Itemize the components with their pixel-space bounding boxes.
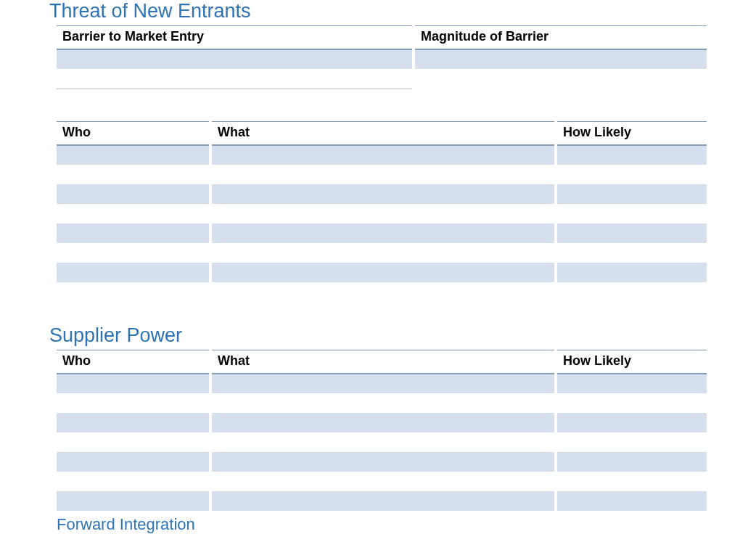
barrier-cell[interactable] bbox=[57, 49, 414, 69]
entrants-header-who: Who bbox=[57, 121, 210, 145]
entrants-header-what: What bbox=[210, 121, 556, 145]
what-cell[interactable] bbox=[210, 145, 556, 165]
barrier-header-magnitude: Magnitude of Barrier bbox=[414, 26, 707, 50]
what-cell[interactable] bbox=[210, 452, 556, 472]
how-likely-cell[interactable] bbox=[556, 204, 707, 223]
who-cell[interactable] bbox=[57, 472, 210, 491]
suppliers-header-who: Who bbox=[57, 350, 210, 374]
who-cell[interactable] bbox=[57, 145, 210, 165]
who-cell[interactable] bbox=[57, 374, 210, 393]
entrants-table-header-row: Who What How Likely bbox=[57, 121, 707, 145]
how-likely-cell[interactable] bbox=[556, 432, 707, 452]
magnitude-cell[interactable] bbox=[414, 49, 707, 69]
how-likely-cell[interactable] bbox=[556, 263, 707, 282]
table-row bbox=[57, 432, 707, 452]
who-cell[interactable] bbox=[57, 243, 210, 263]
how-likely-cell[interactable] bbox=[556, 393, 707, 413]
table-row bbox=[57, 184, 707, 204]
who-cell[interactable] bbox=[57, 223, 210, 243]
what-cell[interactable] bbox=[210, 472, 556, 491]
magnitude-cell[interactable] bbox=[414, 69, 707, 89]
who-cell[interactable] bbox=[57, 184, 210, 204]
entrants-table: Who What How Likely bbox=[57, 121, 707, 282]
who-cell[interactable] bbox=[57, 263, 210, 282]
suppliers-header-how-likely: How Likely bbox=[556, 350, 707, 374]
what-cell[interactable] bbox=[210, 263, 556, 282]
table-row bbox=[57, 69, 707, 89]
barrier-table-header-row: Barrier to Market Entry Magnitude of Bar… bbox=[57, 26, 707, 50]
table-row bbox=[57, 145, 707, 165]
how-likely-cell[interactable] bbox=[556, 243, 707, 263]
what-cell[interactable] bbox=[210, 204, 556, 223]
table-row bbox=[57, 374, 707, 393]
what-cell[interactable] bbox=[210, 491, 556, 511]
spacer bbox=[49, 89, 707, 120]
who-cell[interactable] bbox=[57, 491, 210, 511]
what-cell[interactable] bbox=[210, 413, 556, 432]
suppliers-table: Who What How Likely bbox=[57, 350, 707, 511]
table-row bbox=[57, 452, 707, 472]
how-likely-cell[interactable] bbox=[556, 491, 707, 511]
who-cell[interactable] bbox=[57, 393, 210, 413]
how-likely-cell[interactable] bbox=[556, 472, 707, 491]
suppliers-header-what: What bbox=[210, 350, 556, 374]
barrier-cell[interactable] bbox=[57, 69, 414, 89]
who-cell[interactable] bbox=[57, 165, 210, 184]
what-cell[interactable] bbox=[210, 374, 556, 393]
who-cell[interactable] bbox=[57, 452, 210, 472]
table-row bbox=[57, 413, 707, 432]
who-cell[interactable] bbox=[57, 204, 210, 223]
how-likely-cell[interactable] bbox=[556, 413, 707, 432]
table-row bbox=[57, 204, 707, 223]
spacer bbox=[49, 282, 707, 324]
what-cell[interactable] bbox=[210, 223, 556, 243]
entrants-header-how-likely: How Likely bbox=[556, 121, 707, 145]
table-row bbox=[57, 223, 707, 243]
table-row bbox=[57, 165, 707, 184]
barrier-header-barrier: Barrier to Market Entry bbox=[57, 26, 414, 50]
heading-forward-integration: Forward Integration bbox=[57, 515, 707, 534]
table-row bbox=[57, 49, 707, 69]
page: Threat of New Entrants Barrier to Market… bbox=[0, 0, 756, 542]
who-cell[interactable] bbox=[57, 413, 210, 432]
how-likely-cell[interactable] bbox=[556, 374, 707, 393]
table-row bbox=[57, 263, 707, 282]
what-cell[interactable] bbox=[210, 393, 556, 413]
table-row bbox=[57, 472, 707, 491]
table-row bbox=[57, 393, 707, 413]
suppliers-table-header-row: Who What How Likely bbox=[57, 350, 707, 374]
barrier-table: Barrier to Market Entry Magnitude of Bar… bbox=[57, 25, 707, 89]
what-cell[interactable] bbox=[210, 243, 556, 263]
who-cell[interactable] bbox=[57, 432, 210, 452]
how-likely-cell[interactable] bbox=[556, 165, 707, 184]
what-cell[interactable] bbox=[210, 165, 556, 184]
how-likely-cell[interactable] bbox=[556, 184, 707, 204]
table-row bbox=[57, 243, 707, 263]
how-likely-cell[interactable] bbox=[556, 145, 707, 165]
what-cell[interactable] bbox=[210, 432, 556, 452]
how-likely-cell[interactable] bbox=[556, 223, 707, 243]
table-row bbox=[57, 491, 707, 511]
heading-supplier-power: Supplier Power bbox=[49, 324, 707, 347]
how-likely-cell[interactable] bbox=[556, 452, 707, 472]
what-cell[interactable] bbox=[210, 184, 556, 204]
heading-threat-of-new-entrants: Threat of New Entrants bbox=[49, 0, 707, 22]
